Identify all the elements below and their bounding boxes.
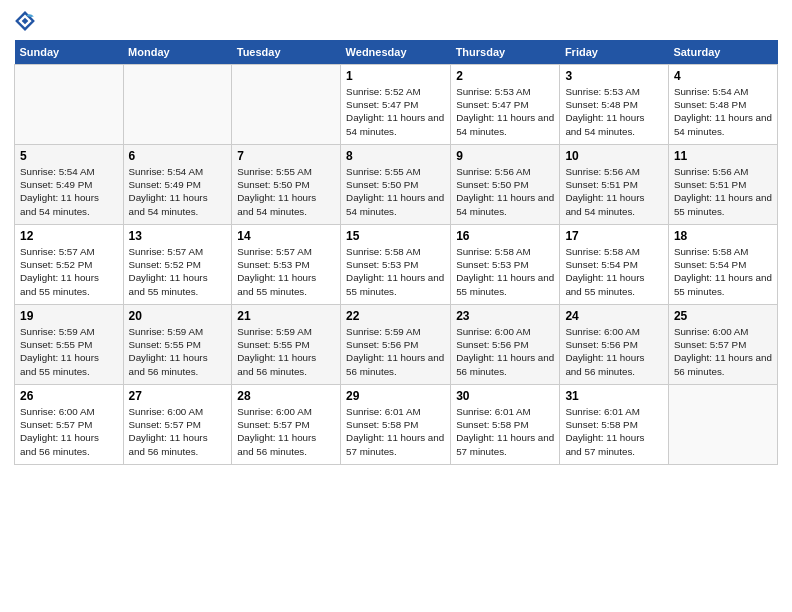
day-number: 1 — [346, 69, 445, 83]
day-info: Sunrise: 5:58 AMSunset: 5:53 PMDaylight:… — [346, 245, 445, 298]
col-header-wednesday: Wednesday — [341, 40, 451, 65]
day-info: Sunrise: 5:53 AMSunset: 5:47 PMDaylight:… — [456, 85, 554, 138]
col-header-sunday: Sunday — [15, 40, 124, 65]
day-info: Sunrise: 5:59 AMSunset: 5:56 PMDaylight:… — [346, 325, 445, 378]
calendar-cell: 4Sunrise: 5:54 AMSunset: 5:48 PMDaylight… — [668, 65, 777, 145]
calendar-cell: 2Sunrise: 5:53 AMSunset: 5:47 PMDaylight… — [451, 65, 560, 145]
calendar-cell: 16Sunrise: 5:58 AMSunset: 5:53 PMDayligh… — [451, 225, 560, 305]
calendar-cell: 13Sunrise: 5:57 AMSunset: 5:52 PMDayligh… — [123, 225, 232, 305]
day-info: Sunrise: 5:54 AMSunset: 5:49 PMDaylight:… — [129, 165, 227, 218]
calendar-cell — [15, 65, 124, 145]
day-number: 8 — [346, 149, 445, 163]
day-info: Sunrise: 6:00 AMSunset: 5:57 PMDaylight:… — [129, 405, 227, 458]
logo-icon — [14, 10, 36, 32]
calendar-cell: 11Sunrise: 5:56 AMSunset: 5:51 PMDayligh… — [668, 145, 777, 225]
day-info: Sunrise: 5:58 AMSunset: 5:53 PMDaylight:… — [456, 245, 554, 298]
day-number: 14 — [237, 229, 335, 243]
day-info: Sunrise: 6:01 AMSunset: 5:58 PMDaylight:… — [565, 405, 663, 458]
calendar-cell: 28Sunrise: 6:00 AMSunset: 5:57 PMDayligh… — [232, 385, 341, 465]
calendar-cell: 30Sunrise: 6:01 AMSunset: 5:58 PMDayligh… — [451, 385, 560, 465]
calendar-cell: 29Sunrise: 6:01 AMSunset: 5:58 PMDayligh… — [341, 385, 451, 465]
day-info: Sunrise: 5:56 AMSunset: 5:50 PMDaylight:… — [456, 165, 554, 218]
day-number: 17 — [565, 229, 663, 243]
day-number: 28 — [237, 389, 335, 403]
calendar-cell: 19Sunrise: 5:59 AMSunset: 5:55 PMDayligh… — [15, 305, 124, 385]
col-header-friday: Friday — [560, 40, 669, 65]
day-number: 23 — [456, 309, 554, 323]
day-number: 19 — [20, 309, 118, 323]
day-info: Sunrise: 5:56 AMSunset: 5:51 PMDaylight:… — [674, 165, 772, 218]
day-number: 21 — [237, 309, 335, 323]
day-info: Sunrise: 5:53 AMSunset: 5:48 PMDaylight:… — [565, 85, 663, 138]
calendar-cell: 26Sunrise: 6:00 AMSunset: 5:57 PMDayligh… — [15, 385, 124, 465]
calendar-cell: 9Sunrise: 5:56 AMSunset: 5:50 PMDaylight… — [451, 145, 560, 225]
calendar-header-row: SundayMondayTuesdayWednesdayThursdayFrid… — [15, 40, 778, 65]
day-number: 20 — [129, 309, 227, 323]
day-info: Sunrise: 5:58 AMSunset: 5:54 PMDaylight:… — [674, 245, 772, 298]
calendar-cell: 6Sunrise: 5:54 AMSunset: 5:49 PMDaylight… — [123, 145, 232, 225]
day-number: 26 — [20, 389, 118, 403]
day-number: 12 — [20, 229, 118, 243]
day-number: 29 — [346, 389, 445, 403]
day-number: 24 — [565, 309, 663, 323]
calendar-week-1: 1Sunrise: 5:52 AMSunset: 5:47 PMDaylight… — [15, 65, 778, 145]
col-header-saturday: Saturday — [668, 40, 777, 65]
day-info: Sunrise: 6:00 AMSunset: 5:57 PMDaylight:… — [237, 405, 335, 458]
calendar-cell: 14Sunrise: 5:57 AMSunset: 5:53 PMDayligh… — [232, 225, 341, 305]
calendar-cell: 23Sunrise: 6:00 AMSunset: 5:56 PMDayligh… — [451, 305, 560, 385]
calendar-cell: 12Sunrise: 5:57 AMSunset: 5:52 PMDayligh… — [15, 225, 124, 305]
col-header-tuesday: Tuesday — [232, 40, 341, 65]
calendar-cell — [232, 65, 341, 145]
day-info: Sunrise: 5:56 AMSunset: 5:51 PMDaylight:… — [565, 165, 663, 218]
day-info: Sunrise: 5:55 AMSunset: 5:50 PMDaylight:… — [237, 165, 335, 218]
calendar-cell: 10Sunrise: 5:56 AMSunset: 5:51 PMDayligh… — [560, 145, 669, 225]
calendar-cell: 31Sunrise: 6:01 AMSunset: 5:58 PMDayligh… — [560, 385, 669, 465]
day-info: Sunrise: 5:58 AMSunset: 5:54 PMDaylight:… — [565, 245, 663, 298]
calendar-week-4: 19Sunrise: 5:59 AMSunset: 5:55 PMDayligh… — [15, 305, 778, 385]
day-number: 18 — [674, 229, 772, 243]
main-container: SundayMondayTuesdayWednesdayThursdayFrid… — [0, 0, 792, 475]
calendar-cell: 18Sunrise: 5:58 AMSunset: 5:54 PMDayligh… — [668, 225, 777, 305]
day-info: Sunrise: 6:00 AMSunset: 5:57 PMDaylight:… — [674, 325, 772, 378]
calendar-cell: 24Sunrise: 6:00 AMSunset: 5:56 PMDayligh… — [560, 305, 669, 385]
day-info: Sunrise: 5:59 AMSunset: 5:55 PMDaylight:… — [129, 325, 227, 378]
day-number: 10 — [565, 149, 663, 163]
calendar-cell: 25Sunrise: 6:00 AMSunset: 5:57 PMDayligh… — [668, 305, 777, 385]
day-number: 7 — [237, 149, 335, 163]
day-info: Sunrise: 5:59 AMSunset: 5:55 PMDaylight:… — [20, 325, 118, 378]
day-info: Sunrise: 5:57 AMSunset: 5:52 PMDaylight:… — [20, 245, 118, 298]
day-info: Sunrise: 5:57 AMSunset: 5:52 PMDaylight:… — [129, 245, 227, 298]
col-header-thursday: Thursday — [451, 40, 560, 65]
day-number: 11 — [674, 149, 772, 163]
day-info: Sunrise: 5:54 AMSunset: 5:49 PMDaylight:… — [20, 165, 118, 218]
day-number: 3 — [565, 69, 663, 83]
day-info: Sunrise: 6:00 AMSunset: 5:56 PMDaylight:… — [456, 325, 554, 378]
day-info: Sunrise: 6:01 AMSunset: 5:58 PMDaylight:… — [456, 405, 554, 458]
calendar-cell: 22Sunrise: 5:59 AMSunset: 5:56 PMDayligh… — [341, 305, 451, 385]
day-number: 22 — [346, 309, 445, 323]
day-info: Sunrise: 6:00 AMSunset: 5:56 PMDaylight:… — [565, 325, 663, 378]
calendar-table: SundayMondayTuesdayWednesdayThursdayFrid… — [14, 40, 778, 465]
day-number: 15 — [346, 229, 445, 243]
calendar-cell: 27Sunrise: 6:00 AMSunset: 5:57 PMDayligh… — [123, 385, 232, 465]
day-number: 27 — [129, 389, 227, 403]
day-info: Sunrise: 5:57 AMSunset: 5:53 PMDaylight:… — [237, 245, 335, 298]
day-number: 6 — [129, 149, 227, 163]
calendar-cell: 17Sunrise: 5:58 AMSunset: 5:54 PMDayligh… — [560, 225, 669, 305]
day-number: 16 — [456, 229, 554, 243]
day-info: Sunrise: 5:54 AMSunset: 5:48 PMDaylight:… — [674, 85, 772, 138]
day-number: 30 — [456, 389, 554, 403]
header — [14, 10, 778, 32]
day-info: Sunrise: 5:55 AMSunset: 5:50 PMDaylight:… — [346, 165, 445, 218]
calendar-cell: 20Sunrise: 5:59 AMSunset: 5:55 PMDayligh… — [123, 305, 232, 385]
calendar-cell: 7Sunrise: 5:55 AMSunset: 5:50 PMDaylight… — [232, 145, 341, 225]
logo — [14, 10, 40, 32]
day-number: 13 — [129, 229, 227, 243]
day-number: 31 — [565, 389, 663, 403]
calendar-cell: 5Sunrise: 5:54 AMSunset: 5:49 PMDaylight… — [15, 145, 124, 225]
day-info: Sunrise: 6:00 AMSunset: 5:57 PMDaylight:… — [20, 405, 118, 458]
calendar-cell — [123, 65, 232, 145]
calendar-week-5: 26Sunrise: 6:00 AMSunset: 5:57 PMDayligh… — [15, 385, 778, 465]
day-info: Sunrise: 5:52 AMSunset: 5:47 PMDaylight:… — [346, 85, 445, 138]
day-number: 5 — [20, 149, 118, 163]
